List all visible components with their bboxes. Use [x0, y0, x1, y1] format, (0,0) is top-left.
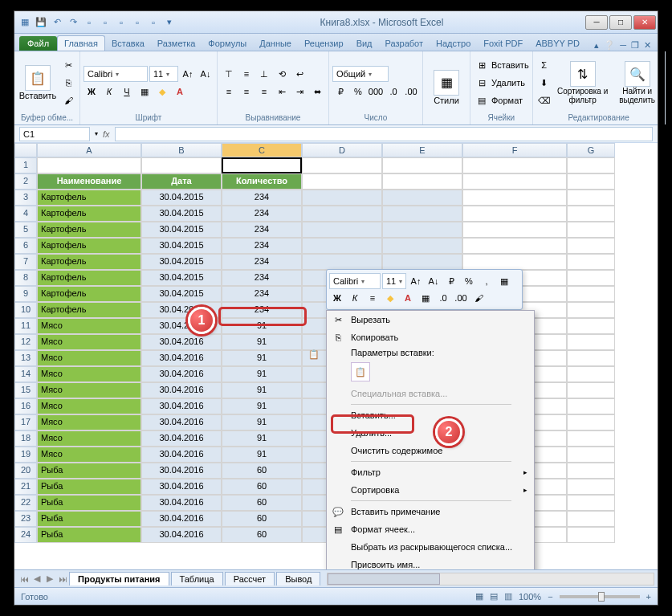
- cell-A9[interactable]: Картофель: [37, 286, 141, 302]
- cell-C12[interactable]: 91: [222, 334, 302, 350]
- save-icon[interactable]: 💾: [34, 15, 48, 30]
- excel-icon[interactable]: ▦: [18, 15, 32, 30]
- mini-brush-icon[interactable]: 🖌: [470, 290, 487, 306]
- mini-border2-icon[interactable]: ▦: [417, 290, 434, 306]
- cell[interactable]: [462, 190, 567, 206]
- cell-A20[interactable]: Рыба: [37, 463, 141, 479]
- col-header-B[interactable]: B: [141, 143, 222, 157]
- col-header-C[interactable]: C: [222, 143, 302, 157]
- wrap-text-icon[interactable]: ↩: [291, 66, 307, 82]
- mini-italic-icon[interactable]: К: [347, 290, 363, 306]
- cell[interactable]: [567, 447, 615, 463]
- indent-inc-icon[interactable]: ⇥: [291, 84, 307, 100]
- cell-B24[interactable]: 30.04.2016: [141, 527, 222, 543]
- cell-C6[interactable]: 234: [222, 238, 302, 254]
- cell-C14[interactable]: 91: [222, 366, 302, 382]
- cell[interactable]: [567, 157, 615, 173]
- cell-C8[interactable]: 234: [222, 270, 302, 286]
- find-select-button[interactable]: 🔍 Найти и выделить: [613, 56, 662, 109]
- cell[interactable]: [462, 206, 567, 222]
- cell[interactable]: [567, 527, 615, 543]
- comma-icon[interactable]: 000: [368, 84, 384, 100]
- mini-size-dropdown[interactable]: 11▾: [382, 273, 406, 289]
- cell-E5[interactable]: [382, 222, 462, 238]
- row-header-9[interactable]: 9: [14, 286, 37, 302]
- cell-C1-selected[interactable]: [222, 157, 302, 173]
- cell-B12[interactable]: 30.04.2016: [141, 334, 222, 350]
- cell[interactable]: [462, 157, 567, 173]
- qat-icon[interactable]: ▫: [130, 15, 145, 30]
- paste-button[interactable]: 📋 Вставить: [18, 56, 58, 109]
- cell-A14[interactable]: Мясо: [37, 366, 141, 382]
- styles-button[interactable]: ▦ Стили: [426, 61, 466, 114]
- cell-C4[interactable]: 234: [222, 206, 302, 222]
- cell[interactable]: [382, 173, 462, 190]
- col-header-G[interactable]: G: [567, 143, 615, 157]
- mini-decinc-icon[interactable]: .0: [435, 290, 451, 306]
- zoom-level[interactable]: 100%: [519, 592, 541, 602]
- cell-E3[interactable]: [382, 190, 462, 206]
- mini-currency-icon[interactable]: ₽: [443, 273, 459, 289]
- cells-insert-button[interactable]: ⊞Вставить: [474, 57, 529, 73]
- zoom-in-icon[interactable]: +: [646, 592, 651, 602]
- cell-C20[interactable]: 60: [222, 463, 302, 479]
- tab-home[interactable]: Главная: [57, 35, 105, 51]
- row-header-8[interactable]: 8: [14, 270, 37, 286]
- cell-B23[interactable]: 30.04.2016: [141, 511, 222, 527]
- cell-B5[interactable]: 30.04.2015: [141, 222, 222, 238]
- autosum-icon[interactable]: Σ: [536, 57, 552, 73]
- cell-A10[interactable]: Картофель: [37, 302, 141, 318]
- cell-C7[interactable]: 234: [222, 254, 302, 270]
- ctx-pick[interactable]: Выбрать из раскрывающегося списка...: [327, 538, 534, 556]
- cell-B17[interactable]: 30.04.2016: [141, 414, 222, 430]
- dec-decimal-icon[interactable]: .00: [403, 84, 419, 100]
- align-left-icon[interactable]: ≡: [221, 84, 237, 100]
- merge-icon[interactable]: ⬌: [309, 84, 325, 100]
- cell-D7[interactable]: [302, 254, 382, 270]
- mini-align-icon[interactable]: ≡: [365, 290, 381, 306]
- mini-bold-icon[interactable]: Ж: [329, 290, 345, 306]
- cell[interactable]: [382, 157, 462, 173]
- cell-A7[interactable]: Картофель: [37, 254, 141, 270]
- tab-data[interactable]: Данные: [253, 36, 298, 51]
- fx-icon[interactable]: fx: [103, 129, 110, 139]
- cell-A17[interactable]: Мясо: [37, 414, 141, 430]
- mini-decdec-icon[interactable]: .00: [453, 290, 469, 306]
- header-cell-C[interactable]: Количество: [222, 173, 302, 190]
- cell-A23[interactable]: Рыба: [37, 511, 141, 527]
- cells-delete-button[interactable]: ⊟Удалить: [474, 75, 529, 91]
- cell-B13[interactable]: 30.04.2016: [141, 350, 222, 366]
- cell-E6[interactable]: [382, 238, 462, 254]
- align-bottom-icon[interactable]: ⊥: [256, 66, 272, 82]
- align-right-icon[interactable]: ≡: [256, 84, 272, 100]
- cell-A1[interactable]: [37, 157, 141, 173]
- header-cell-B[interactable]: Дата: [141, 173, 222, 190]
- row-header-17[interactable]: 17: [14, 414, 37, 430]
- cell[interactable]: [567, 190, 615, 206]
- cell-B16[interactable]: 30.04.2016: [141, 398, 222, 414]
- row-header-19[interactable]: 19: [14, 447, 37, 463]
- cell[interactable]: [567, 270, 615, 286]
- cell[interactable]: [567, 318, 615, 334]
- grow-font-icon[interactable]: A↑: [180, 66, 196, 82]
- row-header-15[interactable]: 15: [14, 382, 37, 398]
- ctx-clear[interactable]: Очистить содержимое: [327, 442, 534, 459]
- copy-icon[interactable]: ⎘: [60, 75, 76, 91]
- cell[interactable]: [567, 430, 615, 447]
- currency-icon[interactable]: ₽: [332, 84, 348, 100]
- cell[interactable]: [567, 238, 615, 254]
- row-header-13[interactable]: 13: [14, 350, 37, 366]
- sheet-tab-2[interactable]: Рассчет: [225, 572, 275, 585]
- align-center-icon[interactable]: ≡: [238, 84, 255, 100]
- cut-icon[interactable]: ✂: [60, 57, 76, 73]
- tab-abbyy[interactable]: ABBYY PD: [529, 36, 586, 51]
- cell-B8[interactable]: 30.04.2015: [141, 270, 222, 286]
- cell-A24[interactable]: Рыба: [37, 527, 141, 543]
- cell[interactable]: [462, 222, 567, 238]
- percent-icon[interactable]: %: [350, 84, 366, 100]
- underline-button[interactable]: Ч: [119, 84, 135, 100]
- minimize-button[interactable]: ─: [585, 15, 608, 30]
- cell-A18[interactable]: Мясо: [37, 430, 141, 447]
- cell-C9[interactable]: 234: [222, 286, 302, 302]
- cell-B18[interactable]: 30.04.2016: [141, 430, 222, 447]
